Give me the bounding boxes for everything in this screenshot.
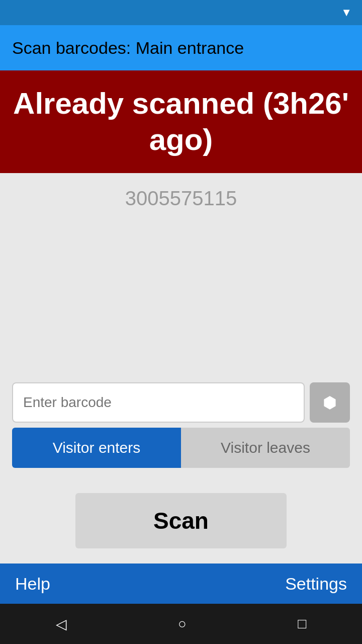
bottom-section: ⬢ Visitor enters Visitor leaves Scan — [0, 382, 362, 564]
visitor-mode-toggle: Visitor enters Visitor leaves — [12, 428, 350, 468]
bluetooth-icon: ⬢ — [323, 393, 337, 412]
middle-space — [0, 224, 362, 382]
status-bar: ▼ — [0, 0, 362, 25]
help-button[interactable]: Help — [15, 574, 50, 594]
alert-text: Already scanned (3h26' ago) — [10, 86, 352, 158]
back-icon[interactable]: ◁ — [56, 616, 67, 632]
bluetooth-button[interactable]: ⬢ — [310, 382, 350, 423]
barcode-display: 3005575115 — [0, 173, 362, 224]
app-bar: Scan barcodes: Main entrance — [0, 25, 362, 70]
scan-button[interactable]: Scan — [75, 493, 287, 548]
bottom-nav-bar: Help Settings — [0, 564, 362, 604]
android-nav-bar: ◁ ○ □ — [0, 604, 362, 644]
alert-banner: Already scanned (3h26' ago) — [0, 70, 362, 173]
input-row: ⬢ — [12, 382, 350, 423]
home-icon[interactable]: ○ — [178, 616, 187, 632]
visitor-leaves-button[interactable]: Visitor leaves — [181, 428, 350, 468]
app-bar-title: Scan barcodes: Main entrance — [12, 38, 244, 58]
visitor-enters-button[interactable]: Visitor enters — [12, 428, 181, 468]
settings-button[interactable]: Settings — [285, 574, 347, 594]
recent-apps-icon[interactable]: □ — [298, 616, 306, 632]
wifi-icon: ▼ — [341, 6, 352, 19]
barcode-input[interactable] — [12, 382, 305, 423]
barcode-number: 3005575115 — [125, 187, 237, 209]
